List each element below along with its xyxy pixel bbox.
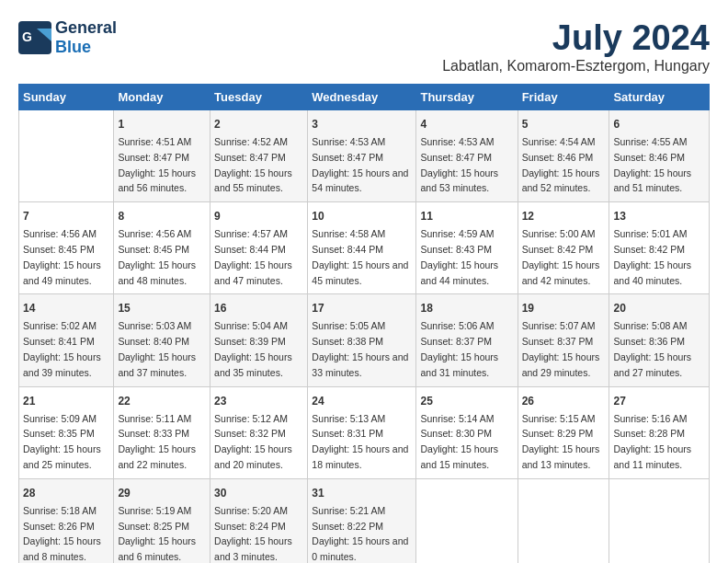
day-info: Sunrise: 5:16 AMSunset: 8:28 PMDaylight:…	[613, 411, 705, 473]
calendar-cell: 26Sunrise: 5:15 AMSunset: 8:29 PMDayligh…	[518, 386, 609, 478]
calendar-cell: 23Sunrise: 5:12 AMSunset: 8:32 PMDayligh…	[210, 386, 308, 478]
weekday-header-row: Sunday Monday Tuesday Wednesday Thursday…	[19, 85, 710, 110]
day-number: 26	[522, 393, 606, 409]
header-monday: Monday	[114, 85, 210, 110]
calendar-cell: 30Sunrise: 5:20 AMSunset: 8:24 PMDayligh…	[210, 478, 308, 563]
header-thursday: Thursday	[416, 85, 518, 110]
header-tuesday: Tuesday	[210, 85, 308, 110]
calendar-cell: 18Sunrise: 5:06 AMSunset: 8:37 PMDayligh…	[416, 294, 518, 386]
calendar-week-4: 21Sunrise: 5:09 AMSunset: 8:35 PMDayligh…	[19, 386, 710, 478]
day-info: Sunrise: 4:59 AMSunset: 8:43 PMDaylight:…	[420, 226, 513, 288]
calendar-cell: 5Sunrise: 4:54 AMSunset: 8:46 PMDaylight…	[518, 110, 609, 202]
day-info: Sunrise: 5:13 AMSunset: 8:31 PMDaylight:…	[312, 411, 412, 473]
day-number: 30	[214, 485, 303, 501]
header-saturday: Saturday	[609, 85, 710, 110]
day-number: 7	[23, 208, 109, 224]
day-number: 17	[312, 300, 412, 316]
calendar-body: 1Sunrise: 4:51 AMSunset: 8:47 PMDaylight…	[19, 110, 710, 564]
header-wednesday: Wednesday	[308, 85, 416, 110]
calendar-cell: 14Sunrise: 5:02 AMSunset: 8:41 PMDayligh…	[19, 294, 114, 386]
day-info: Sunrise: 4:56 AMSunset: 8:45 PMDaylight:…	[118, 226, 206, 288]
day-number: 2	[214, 116, 303, 132]
calendar-cell	[518, 478, 609, 563]
day-info: Sunrise: 5:04 AMSunset: 8:39 PMDaylight:…	[214, 318, 303, 380]
day-info: Sunrise: 5:02 AMSunset: 8:41 PMDaylight:…	[23, 318, 109, 380]
calendar-table: Sunday Monday Tuesday Wednesday Thursday…	[18, 84, 710, 563]
day-number: 8	[118, 208, 206, 224]
header-sunday: Sunday	[19, 85, 114, 110]
calendar-cell: 16Sunrise: 5:04 AMSunset: 8:39 PMDayligh…	[210, 294, 308, 386]
calendar-cell: 2Sunrise: 4:52 AMSunset: 8:47 PMDaylight…	[210, 110, 308, 202]
day-number: 27	[613, 393, 705, 409]
calendar-cell: 19Sunrise: 5:07 AMSunset: 8:37 PMDayligh…	[518, 294, 609, 386]
day-info: Sunrise: 5:20 AMSunset: 8:24 PMDaylight:…	[214, 503, 303, 563]
day-number: 24	[312, 393, 412, 409]
header-friday: Friday	[518, 85, 609, 110]
logo-blue: Blue	[55, 38, 117, 57]
calendar-cell: 15Sunrise: 5:03 AMSunset: 8:40 PMDayligh…	[114, 294, 210, 386]
calendar-cell: 28Sunrise: 5:18 AMSunset: 8:26 PMDayligh…	[19, 478, 114, 563]
calendar-cell: 17Sunrise: 5:05 AMSunset: 8:38 PMDayligh…	[308, 294, 416, 386]
calendar-cell: 9Sunrise: 4:57 AMSunset: 8:44 PMDaylight…	[210, 202, 308, 294]
day-info: Sunrise: 4:54 AMSunset: 8:46 PMDaylight:…	[522, 134, 606, 196]
calendar-cell: 1Sunrise: 4:51 AMSunset: 8:47 PMDaylight…	[114, 110, 210, 202]
day-info: Sunrise: 5:15 AMSunset: 8:29 PMDaylight:…	[522, 411, 606, 473]
day-info: Sunrise: 4:55 AMSunset: 8:46 PMDaylight:…	[613, 134, 705, 196]
day-info: Sunrise: 4:57 AMSunset: 8:44 PMDaylight:…	[214, 226, 303, 288]
calendar-cell: 7Sunrise: 4:56 AMSunset: 8:45 PMDaylight…	[19, 202, 114, 294]
calendar-cell: 3Sunrise: 4:53 AMSunset: 8:47 PMDaylight…	[308, 110, 416, 202]
day-number: 23	[214, 393, 303, 409]
day-info: Sunrise: 5:05 AMSunset: 8:38 PMDaylight:…	[312, 318, 412, 380]
calendar-header: Sunday Monday Tuesday Wednesday Thursday…	[19, 85, 710, 110]
day-number: 28	[23, 485, 109, 501]
day-info: Sunrise: 5:07 AMSunset: 8:37 PMDaylight:…	[522, 318, 606, 380]
day-info: Sunrise: 4:56 AMSunset: 8:45 PMDaylight:…	[23, 226, 109, 288]
day-number: 14	[23, 300, 109, 316]
logo: G General Blue	[18, 18, 117, 57]
logo-general: General	[55, 18, 117, 38]
calendar-cell: 10Sunrise: 4:58 AMSunset: 8:44 PMDayligh…	[308, 202, 416, 294]
day-info: Sunrise: 4:51 AMSunset: 8:47 PMDaylight:…	[118, 134, 206, 196]
day-number: 11	[420, 208, 513, 224]
day-number: 21	[23, 393, 109, 409]
day-info: Sunrise: 5:12 AMSunset: 8:32 PMDaylight:…	[214, 411, 303, 473]
day-number: 31	[312, 485, 412, 501]
calendar-cell: 27Sunrise: 5:16 AMSunset: 8:28 PMDayligh…	[609, 386, 710, 478]
day-number: 1	[118, 116, 206, 132]
logo-icon: G	[18, 21, 51, 54]
calendar-cell: 21Sunrise: 5:09 AMSunset: 8:35 PMDayligh…	[19, 386, 114, 478]
calendar-week-3: 14Sunrise: 5:02 AMSunset: 8:41 PMDayligh…	[19, 294, 710, 386]
day-number: 22	[118, 393, 206, 409]
calendar-cell: 29Sunrise: 5:19 AMSunset: 8:25 PMDayligh…	[114, 478, 210, 563]
day-info: Sunrise: 5:21 AMSunset: 8:22 PMDaylight:…	[312, 503, 412, 563]
day-info: Sunrise: 4:53 AMSunset: 8:47 PMDaylight:…	[312, 134, 412, 196]
day-number: 3	[312, 116, 412, 132]
day-number: 25	[420, 393, 513, 409]
day-number: 29	[118, 485, 206, 501]
subtitle: Labatlan, Komarom-Esztergom, Hungary	[442, 58, 710, 75]
day-number: 6	[613, 116, 705, 132]
day-number: 20	[613, 300, 705, 316]
calendar-cell: 12Sunrise: 5:00 AMSunset: 8:42 PMDayligh…	[518, 202, 609, 294]
title-block: July 2024 Labatlan, Komarom-Esztergom, H…	[442, 18, 710, 75]
day-info: Sunrise: 5:11 AMSunset: 8:33 PMDaylight:…	[118, 411, 206, 473]
calendar-cell: 11Sunrise: 4:59 AMSunset: 8:43 PMDayligh…	[416, 202, 518, 294]
day-number: 10	[312, 208, 412, 224]
calendar-cell	[416, 478, 518, 563]
day-info: Sunrise: 4:53 AMSunset: 8:47 PMDaylight:…	[420, 134, 513, 196]
calendar-cell: 24Sunrise: 5:13 AMSunset: 8:31 PMDayligh…	[308, 386, 416, 478]
calendar-cell: 31Sunrise: 5:21 AMSunset: 8:22 PMDayligh…	[308, 478, 416, 563]
day-number: 18	[420, 300, 513, 316]
day-info: Sunrise: 5:01 AMSunset: 8:42 PMDaylight:…	[613, 226, 705, 288]
calendar-cell: 8Sunrise: 4:56 AMSunset: 8:45 PMDaylight…	[114, 202, 210, 294]
day-info: Sunrise: 5:00 AMSunset: 8:42 PMDaylight:…	[522, 226, 606, 288]
day-info: Sunrise: 5:09 AMSunset: 8:35 PMDaylight:…	[23, 411, 109, 473]
day-number: 16	[214, 300, 303, 316]
header: G General Blue July 2024 Labatlan, Komar…	[18, 18, 710, 75]
day-info: Sunrise: 5:06 AMSunset: 8:37 PMDaylight:…	[420, 318, 513, 380]
calendar-cell: 4Sunrise: 4:53 AMSunset: 8:47 PMDaylight…	[416, 110, 518, 202]
day-info: Sunrise: 5:08 AMSunset: 8:36 PMDaylight:…	[613, 318, 705, 380]
svg-text:G: G	[22, 29, 32, 44]
day-info: Sunrise: 4:52 AMSunset: 8:47 PMDaylight:…	[214, 134, 303, 196]
day-info: Sunrise: 5:14 AMSunset: 8:30 PMDaylight:…	[420, 411, 513, 473]
